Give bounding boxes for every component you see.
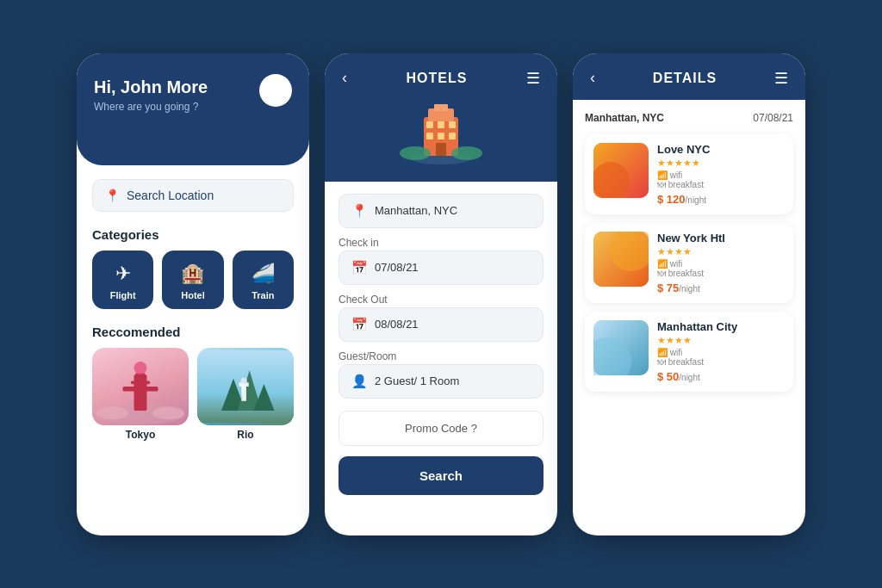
hotel-wifi-3: 📶 wifi [657, 348, 785, 357]
screen2-phone: ‹ HOTELS ☰ 📍 [325, 53, 557, 535]
hotel-info-2: New York Htl ★★★★ 📶 wifi 🍽 breakfast $ 7… [657, 232, 785, 294]
price-unit-1: /night [686, 195, 706, 205]
checkout-input[interactable]: 📅 08/08/21 [339, 307, 543, 342]
pin-icon: 📍 [105, 189, 120, 202]
svg-rect-3 [131, 381, 150, 384]
guests-value: 2 Guest/ 1 Room [375, 374, 459, 387]
recommended-title: Reccomended [92, 325, 294, 339]
hotel-wifi-2: 📶 wifi [657, 259, 785, 269]
checkin-label: Check in [339, 237, 543, 249]
hotel-wifi-1: 📶 wifi [657, 170, 785, 180]
promo-label: Promo Code ? [405, 422, 477, 435]
location-input[interactable]: 📍 Manhattan, NYC [339, 194, 543, 228]
hotel-card-1[interactable]: Love NYC ★★★★★ 📶 wifi 🍽 breakfast $ 120/… [585, 134, 793, 214]
search-location-bar[interactable]: 📍 Search Location [92, 179, 294, 212]
rec-tokyo[interactable]: Tokyo [92, 348, 189, 441]
hotel-thumb-2 [593, 232, 649, 287]
hotel-thumb-3 [593, 320, 649, 375]
recommended-list: Tokyo [92, 348, 294, 441]
price-unit-3: /night [679, 373, 699, 382]
guests-label: Guest/Room [339, 350, 543, 362]
hotel-name-2: New York Htl [657, 232, 785, 244]
svg-rect-21 [449, 121, 456, 128]
back-icon[interactable]: ‹ [342, 69, 347, 87]
svg-point-7 [152, 406, 184, 419]
hotel-card-2[interactable]: New York Htl ★★★★ 📶 wifi 🍽 breakfast $ 7… [585, 223, 793, 303]
hotel-info-1: Love NYC ★★★★★ 📶 wifi 🍽 breakfast $ 120/… [657, 143, 785, 206]
svg-point-14 [240, 377, 246, 383]
details-date: 07/08/21 [753, 112, 793, 124]
guests-input[interactable]: 👤 2 Guest/ 1 Room [339, 364, 543, 399]
rec-rio[interactable]: Rio [197, 348, 294, 441]
svg-rect-23 [438, 133, 444, 139]
svg-rect-24 [449, 133, 456, 139]
details-meta: Manhattan, NYC 07/08/21 [585, 112, 793, 124]
hotel-stars-2: ★★★★ [657, 246, 785, 257]
category-hotel[interactable]: 🏨 Hotel [162, 251, 223, 309]
promo-code-button[interactable]: Promo Code ? [339, 411, 543, 446]
checkin-calendar-icon: 📅 [351, 260, 368, 275]
tokyo-label: Tokyo [92, 429, 189, 441]
hotel-price-1: $ 120/night [657, 193, 785, 206]
tokyo-image [92, 348, 189, 425]
avatar [259, 74, 292, 107]
screen3-phone: ‹ DETAILS ☰ Manhattan, NYC 07/08/21 [573, 53, 805, 535]
search-button[interactable]: Search [339, 456, 543, 495]
svg-point-26 [400, 146, 431, 160]
train-label: Train [252, 290, 274, 300]
rio-image [197, 348, 294, 425]
flight-label: Flight [110, 290, 136, 300]
guests-group: Guest/Room 👤 2 Guest/ 1 Room [339, 350, 543, 399]
hotel-price-3: $ 50/night [657, 370, 785, 383]
menu-icon[interactable]: ☰ [526, 69, 540, 88]
screen1-phone: Hi, John More Where are you going ? 📍 Se… [77, 53, 309, 535]
svg-rect-25 [436, 143, 446, 156]
svg-rect-12 [241, 387, 246, 401]
hotel-card-3[interactable]: Manhattan City ★★★★ 📶 wifi 🍽 breakfast $… [585, 312, 793, 392]
svg-rect-20 [438, 121, 444, 128]
svg-rect-18 [434, 104, 448, 111]
hotel-breakfast-3: 🍽 breakfast [657, 357, 785, 367]
checkout-label: Check Out [339, 294, 543, 306]
svg-rect-2 [122, 387, 158, 392]
train-icon: 🚄 [252, 263, 275, 285]
checkin-group: Check in 📅 07/08/21 [339, 237, 543, 285]
details-menu-icon[interactable]: ☰ [774, 69, 788, 88]
svg-rect-19 [426, 121, 433, 128]
hotel-breakfast-1: 🍽 breakfast [657, 180, 785, 189]
hotel-thumb-1 [593, 143, 649, 198]
svg-point-6 [96, 406, 128, 419]
screen2-header: ‹ HOTELS ☰ [325, 53, 557, 100]
hotels-title: HOTELS [407, 71, 468, 86]
screen2-body: 📍 Manhattan, NYC Check in 📅 07/08/21 Che… [325, 182, 557, 507]
price-unit-2: /night [679, 284, 699, 294]
hotel-name-3: Manhattan City [657, 320, 785, 333]
category-train[interactable]: 🚄 Train [233, 251, 294, 309]
hotel-breakfast-2: 🍽 breakfast [657, 269, 785, 278]
category-flight[interactable]: ✈ Flight [92, 251, 153, 309]
hotel-info-3: Manhattan City ★★★★ 📶 wifi 🍽 breakfast $… [657, 320, 785, 383]
hotel-name-1: Love NYC [657, 143, 785, 156]
location-pin-icon: 📍 [351, 203, 368, 219]
screen1-body: 📍 Search Location Categories ✈ Flight 🏨 … [77, 165, 309, 455]
checkout-calendar-icon: 📅 [351, 317, 368, 332]
svg-point-5 [134, 362, 147, 374]
screens-container: Hi, John More Where are you going ? 📍 Se… [77, 53, 805, 535]
details-city: Manhattan, NYC [585, 112, 664, 124]
location-value: Manhattan, NYC [375, 204, 457, 217]
checkout-value: 08/08/21 [375, 318, 419, 331]
hotel-price-2: $ 75/night [657, 282, 785, 294]
details-title: DETAILS [653, 71, 717, 86]
svg-point-27 [451, 146, 482, 160]
checkout-group: Check Out 📅 08/08/21 [339, 294, 543, 342]
hotel-svg [398, 100, 484, 164]
guests-icon: 👤 [351, 374, 368, 389]
hotel-stars-1: ★★★★★ [657, 158, 785, 169]
categories-list: ✈ Flight 🏨 Hotel 🚄 Train [92, 251, 294, 309]
screen3-header: ‹ DETAILS ☰ [573, 53, 805, 100]
screen1-header: Hi, John More Where are you going ? [77, 53, 309, 165]
hotel-stars-3: ★★★★ [657, 335, 785, 346]
svg-rect-22 [426, 133, 433, 139]
details-back-icon[interactable]: ‹ [590, 69, 595, 87]
checkin-input[interactable]: 📅 07/08/21 [339, 251, 543, 285]
